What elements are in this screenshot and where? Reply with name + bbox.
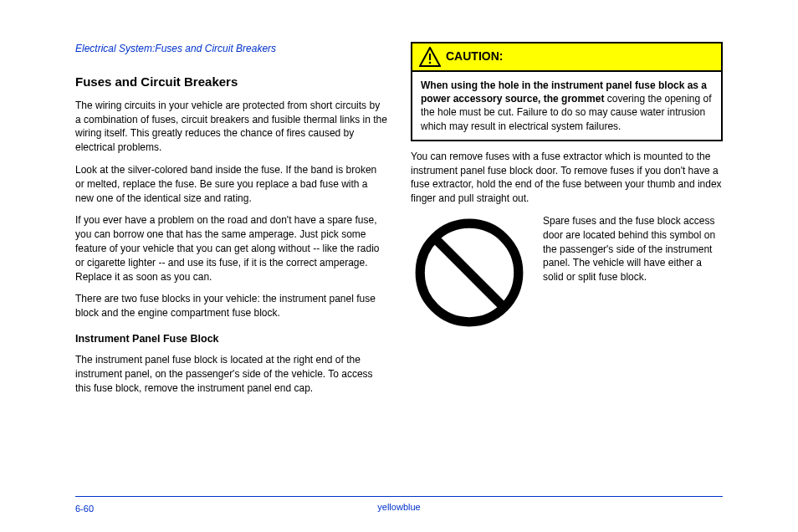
right-para-1: You can remove fuses with a fuse extract… (411, 150, 723, 206)
section-title: Fuses and Circuit Breakers (75, 73, 387, 90)
para-1: The wiring circuits in your vehicle are … (75, 99, 387, 155)
para-4: There are two fuse blocks in your vehicl… (75, 292, 387, 320)
svg-point-2 (429, 62, 432, 64)
footer: yellowblue (75, 496, 723, 512)
svg-line-4 (437, 240, 502, 305)
prohibition-icon (411, 214, 528, 331)
symbol-text: Spare fuses and the fuse block access do… (543, 214, 723, 284)
symbol-row: Spare fuses and the fuse block access do… (411, 214, 723, 331)
footer-link: yellowblue (75, 496, 723, 512)
para-2: Look at the silver-colored band inside t… (75, 163, 387, 205)
right-column: CAUTION: When using the hole in the inst… (411, 42, 723, 404)
caution-box: CAUTION: When using the hole in the inst… (411, 42, 723, 141)
page: Electrical System:Fuses and Circuit Brea… (0, 0, 798, 429)
para-5: The instrument panel fuse block is locat… (75, 353, 387, 395)
caution-label: CAUTION: (446, 49, 503, 65)
caution-body: When using the hole in the instrument pa… (412, 72, 721, 140)
warning-triangle-icon (419, 47, 441, 67)
para-3: If you ever have a problem on the road a… (75, 213, 387, 284)
left-column: Electrical System:Fuses and Circuit Brea… (75, 42, 387, 404)
subsection-title: Instrument Panel Fuse Block (75, 332, 387, 347)
keywords-line: Electrical System:Fuses and Circuit Brea… (75, 42, 387, 56)
caution-header: CAUTION: (412, 43, 721, 72)
